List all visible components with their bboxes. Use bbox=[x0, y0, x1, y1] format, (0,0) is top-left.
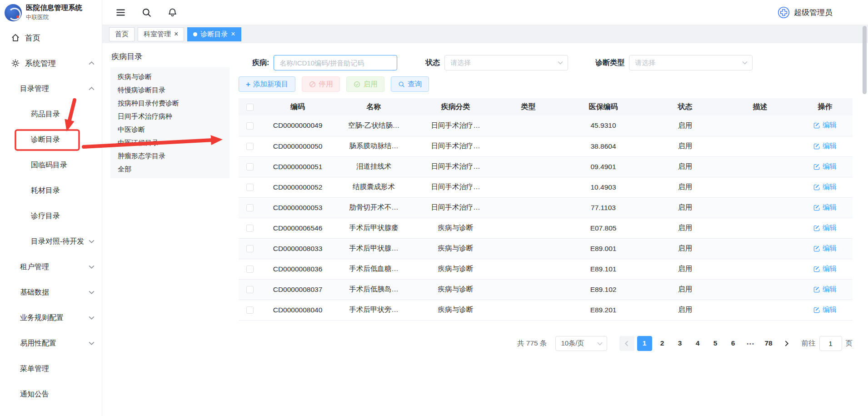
page-button[interactable]: 3 bbox=[673, 336, 688, 351]
sidebar-item[interactable]: 目录管理 bbox=[0, 76, 102, 101]
row-checkbox[interactable] bbox=[246, 204, 254, 211]
edit-button[interactable]: 编辑 bbox=[813, 120, 837, 130]
cell-type bbox=[498, 279, 559, 300]
catalog-item[interactable]: 特慢病诊断目录 bbox=[110, 83, 229, 96]
page-button[interactable]: 6 bbox=[726, 336, 741, 351]
edit-button[interactable]: 编辑 bbox=[813, 203, 837, 212]
page-button[interactable]: 5 bbox=[708, 336, 723, 351]
home-icon bbox=[11, 33, 20, 42]
goto-unit: 页 bbox=[846, 339, 853, 348]
catalog-item[interactable]: 日间手术治疗病种 bbox=[110, 110, 229, 123]
tab[interactable]: 首页 bbox=[109, 27, 135, 41]
checkbox-cell bbox=[239, 156, 261, 177]
row-checkbox[interactable] bbox=[246, 184, 254, 191]
edit-button[interactable]: 编辑 bbox=[813, 223, 837, 233]
catalog-item[interactable]: 中医诊断 bbox=[110, 123, 229, 136]
edit-button-label: 编辑 bbox=[823, 285, 837, 294]
page-size-select[interactable]: 10条/页 bbox=[555, 336, 607, 351]
prev-page-button[interactable] bbox=[619, 336, 634, 351]
sidebar-item-label: 国临码目录 bbox=[31, 160, 67, 170]
chevron-down-icon bbox=[89, 265, 95, 269]
edit-icon bbox=[813, 286, 820, 293]
row-checkbox[interactable] bbox=[246, 245, 254, 252]
cell-insurance-code: 38.8604 bbox=[559, 136, 648, 156]
catalog-item[interactable]: 肿瘤形态学目录 bbox=[110, 149, 229, 162]
row-checkbox[interactable] bbox=[246, 163, 254, 170]
cell-description bbox=[723, 238, 798, 259]
goto-page: 前往 页 bbox=[802, 336, 853, 351]
cell-type bbox=[498, 259, 559, 279]
edit-button[interactable]: 编辑 bbox=[813, 244, 837, 253]
page-button[interactable]: 1 bbox=[637, 336, 652, 351]
cell-status: 启用 bbox=[648, 238, 723, 259]
tab[interactable]: 科室管理× bbox=[138, 27, 184, 41]
row-checkbox[interactable] bbox=[246, 225, 254, 232]
disable-button[interactable]: 停用 bbox=[302, 76, 340, 92]
edit-button[interactable]: 编辑 bbox=[813, 141, 837, 151]
query-button[interactable]: 查询 bbox=[391, 76, 429, 92]
page-button[interactable]: 4 bbox=[690, 336, 705, 351]
sidebar-item-label: 目录对照-待开发 bbox=[31, 237, 84, 246]
row-checkbox[interactable] bbox=[246, 143, 254, 150]
close-icon[interactable]: × bbox=[231, 30, 235, 38]
collapse-menu-icon[interactable] bbox=[116, 8, 125, 17]
sidebar-item[interactable]: 目录对照-待开发 bbox=[0, 229, 102, 254]
sidebar-item[interactable]: 通知公告 bbox=[0, 381, 102, 407]
cell-description bbox=[723, 300, 798, 320]
edit-button[interactable]: 编辑 bbox=[813, 285, 837, 294]
sidebar-item[interactable]: 易用性配置 bbox=[0, 331, 102, 356]
checkbox-cell bbox=[239, 115, 261, 136]
table-row: CD0000008033手术后甲状腺…疾病与诊断E89.001启用编辑 bbox=[239, 238, 853, 259]
catalog-item[interactable]: 中医证候目录 bbox=[110, 136, 229, 149]
sidebar-item[interactable]: 基础数据 bbox=[0, 280, 102, 305]
cell-name: 手术后甲状腺瘘 bbox=[334, 218, 414, 238]
sidebar-item[interactable]: 国临码目录 bbox=[0, 152, 102, 178]
cell-type bbox=[498, 300, 559, 320]
row-checkbox[interactable] bbox=[246, 266, 254, 273]
edit-button[interactable]: 编辑 bbox=[813, 182, 837, 192]
sidebar-item[interactable]: 耗材目录 bbox=[0, 178, 102, 203]
checkbox-cell bbox=[239, 177, 261, 197]
sidebar-item[interactable]: 租户管理 bbox=[0, 254, 102, 280]
catalog-item[interactable]: 全部 bbox=[110, 162, 229, 175]
catalog-item[interactable]: 疾病与诊断 bbox=[110, 70, 229, 83]
chevron-down-icon bbox=[89, 341, 95, 345]
page-scrollbar[interactable] bbox=[862, 26, 867, 416]
diagnosis-type-select[interactable]: 请选择 bbox=[629, 55, 753, 70]
checkbox-cell bbox=[239, 279, 261, 300]
enable-button[interactable]: 启用 bbox=[346, 76, 384, 92]
page-button[interactable]: 78 bbox=[761, 336, 776, 351]
sidebar-item[interactable]: 药品目录 bbox=[0, 101, 102, 127]
add-item-button[interactable]: + 添加新项目 bbox=[239, 76, 295, 92]
scrollbar-thumb[interactable] bbox=[863, 26, 867, 94]
page-button[interactable]: 2 bbox=[655, 336, 670, 351]
goto-page-input[interactable] bbox=[819, 336, 842, 351]
sidebar-item[interactable]: 业务规则配置 bbox=[0, 305, 102, 331]
sidebar-item[interactable]: 系统管理 bbox=[0, 50, 102, 76]
search-icon[interactable] bbox=[142, 8, 151, 17]
edit-button[interactable]: 编辑 bbox=[813, 264, 837, 274]
sidebar-item[interactable]: 诊疗目录 bbox=[0, 203, 102, 229]
sidebar-item[interactable]: 菜单管理 bbox=[0, 356, 102, 381]
app-title: 医院信息管理系统 bbox=[26, 4, 82, 12]
sidebar-item[interactable]: 首页 bbox=[0, 25, 102, 50]
disease-search-input[interactable] bbox=[274, 55, 397, 70]
sidebar-item[interactable]: 诊断目录 bbox=[0, 127, 102, 152]
edit-button[interactable]: 编辑 bbox=[813, 162, 837, 171]
cell-insurance-code: E89.101 bbox=[559, 259, 648, 279]
close-icon[interactable]: × bbox=[174, 30, 178, 38]
catalog-item[interactable]: 按病种目录付费诊断 bbox=[110, 96, 229, 110]
next-page-button[interactable] bbox=[779, 336, 794, 351]
user-menu[interactable]: 超级管理员 bbox=[778, 6, 833, 19]
edit-button[interactable]: 编辑 bbox=[813, 305, 837, 315]
status-select[interactable]: 请选择 bbox=[444, 55, 568, 70]
notification-bell-icon[interactable] bbox=[168, 8, 177, 17]
row-checkbox[interactable] bbox=[246, 286, 254, 293]
row-checkbox[interactable] bbox=[246, 306, 254, 314]
chevron-right-icon bbox=[784, 341, 789, 346]
tab[interactable]: 诊断目录× bbox=[187, 27, 241, 41]
row-checkbox[interactable] bbox=[246, 122, 254, 130]
select-all-checkbox[interactable] bbox=[246, 104, 254, 111]
more-pages-button[interactable]: ••• bbox=[743, 336, 758, 351]
cell-description bbox=[723, 279, 798, 300]
